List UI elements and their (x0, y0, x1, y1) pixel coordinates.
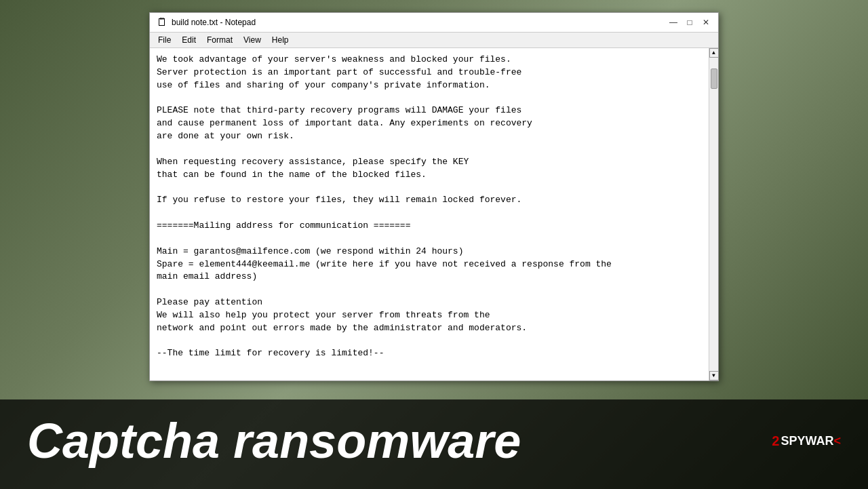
window-title: build note.txt - Notepad (172, 18, 668, 27)
text-line: main email address) (157, 271, 701, 283)
notepad-icon: 🗒 (157, 17, 167, 28)
maximize-button[interactable]: □ (684, 17, 695, 28)
text-line (157, 233, 701, 246)
text-line: that can be found in the name of the blo… (157, 169, 701, 182)
text-line (157, 143, 701, 156)
menu-view[interactable]: View (238, 34, 267, 46)
notepad-text-content: We took advantage of your server's weakn… (157, 54, 711, 360)
brand-text: SPYWAR (781, 434, 833, 448)
text-editor-area[interactable]: We took advantage of your server's weakn… (150, 48, 718, 380)
text-line (157, 283, 701, 296)
brand-number: 2 (772, 433, 779, 449)
text-line: =======Mailing address for communication… (157, 220, 701, 233)
text-line: We will also help you protect your serve… (157, 309, 701, 322)
scroll-up-button[interactable]: ▲ (709, 48, 719, 58)
text-line: --The time limit for recovery is limited… (157, 347, 701, 360)
text-line (157, 335, 701, 348)
menu-help[interactable]: Help (267, 34, 294, 46)
scrollbar[interactable]: ▲ ▼ (709, 48, 718, 380)
brand-arrow: < (833, 434, 841, 448)
minimize-button[interactable]: — (668, 17, 679, 28)
menu-format[interactable]: Format (201, 34, 238, 46)
text-line: use of files and sharing of your company… (157, 79, 701, 92)
text-line: We took advantage of your server's weakn… (157, 54, 701, 66)
text-line: are done at your own risk. (157, 130, 701, 143)
notepad-window: 🗒 build note.txt - Notepad — □ ✕ File Ed… (149, 12, 719, 381)
scroll-thumb[interactable] (711, 69, 717, 89)
text-line: Server protection is an important part o… (157, 66, 701, 79)
text-line: PLEASE note that third-party recovery pr… (157, 104, 701, 117)
text-line (157, 207, 701, 220)
close-button[interactable]: ✕ (701, 17, 711, 28)
menu-file[interactable]: File (153, 34, 176, 46)
text-line: network and point out errors made by the… (157, 322, 701, 335)
text-line: If you refuse to restore your files, the… (157, 194, 701, 207)
text-line (157, 181, 701, 194)
window-controls: — □ ✕ (668, 17, 711, 28)
text-line: and cause permanent loss of important da… (157, 117, 701, 130)
text-line: Main = garantos@mailfence.com (we respon… (157, 246, 701, 258)
text-line: Spare = element444@keemail.me (write her… (157, 258, 701, 271)
title-bar: 🗒 build note.txt - Notepad — □ ✕ (150, 13, 718, 33)
brand-logo: 2 SPYWAR < (772, 433, 841, 449)
page-footer-banner: Captcha ransomware 2 SPYWAR < (0, 399, 868, 489)
text-line: Please pay attention (157, 296, 701, 309)
text-line: When requesting recovery assistance, ple… (157, 156, 701, 169)
menu-edit[interactable]: Edit (176, 34, 201, 46)
scroll-down-button[interactable]: ▼ (709, 371, 719, 380)
menu-bar: File Edit Format View Help (150, 33, 718, 48)
page-title: Captcha ransomware (27, 413, 521, 469)
text-line (157, 92, 701, 105)
